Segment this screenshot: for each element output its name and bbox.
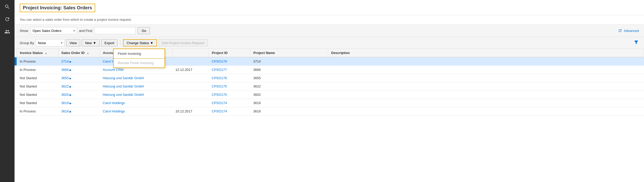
cell-description	[328, 82, 644, 91]
project-id-link[interactable]: CPSO179	[212, 59, 227, 63]
cell-project-id: CPSO174	[209, 107, 250, 116]
row-indicator	[15, 107, 17, 116]
project-id-link[interactable]: CPSO175	[212, 84, 227, 88]
account-link[interactable]: Heizung und Sanitär GmbH	[103, 84, 144, 88]
cell-description	[328, 91, 644, 99]
cell-sales-order-id: 3666▶	[58, 66, 100, 74]
table-row[interactable]: Not Started3622▶Heizung und Sanitär GmbH…	[15, 82, 644, 91]
col-header-date[interactable]	[172, 49, 209, 57]
show-label: Show	[20, 29, 28, 33]
go-button[interactable]: Go	[138, 27, 150, 34]
filter-icon-button[interactable]	[634, 40, 639, 46]
show-select[interactable]: Open Sales Orders All Sales Orders Close…	[30, 27, 77, 34]
cell-sales-order-id: 3616▶	[58, 107, 100, 116]
cell-project-name: 3616	[250, 107, 328, 116]
table-row[interactable]: In Process3666▶Account CRM12.12.2017CPSO…	[15, 66, 644, 74]
cell-description	[328, 99, 644, 107]
cell-project-name: 3666	[250, 66, 328, 74]
row-indicator	[15, 91, 17, 99]
cell-account: Heizung und Sanitär GmbH	[100, 74, 172, 82]
sales-order-link[interactable]: 3616	[61, 109, 69, 113]
sales-order-link[interactable]: 3655	[61, 76, 69, 80]
sales-order-link[interactable]: 3666	[61, 68, 69, 72]
project-id-link[interactable]: CPSO174	[212, 101, 227, 105]
account-link[interactable]: Carol Holdings	[103, 101, 125, 105]
col-header-description[interactable]: Description	[328, 49, 644, 57]
cell-project-name: 3622	[250, 82, 328, 91]
row-indicator	[15, 66, 17, 74]
page-title: Project Invoicing: Sales Orders	[20, 4, 95, 12]
cell-account: Heizung und Sanitär GmbH	[100, 91, 172, 99]
edit-button[interactable]: Edit Project Invoice Request	[159, 39, 208, 46]
account-link[interactable]: Account CRM	[103, 68, 124, 72]
cell-project-id: CPSO176	[209, 74, 250, 82]
description-bar: You can select a sales order from which …	[15, 15, 644, 24]
table-container: Invoice Status ▲ Sales Order ID ▲ Accoun…	[15, 49, 644, 182]
new-button[interactable]: New ▼	[82, 39, 100, 46]
finish-invoicing-item[interactable]: Finish Invoicing	[113, 49, 165, 59]
project-id-link[interactable]: CPSO174	[212, 109, 227, 113]
project-id-link[interactable]: CPSO177	[212, 68, 227, 72]
record-icon: ▶	[70, 102, 72, 105]
row-indicator	[15, 74, 17, 82]
project-id-link[interactable]: CPSO176	[212, 76, 227, 80]
change-status-arrow: ▼	[150, 41, 153, 45]
account-link[interactable]: Carol Holdings	[103, 109, 125, 113]
account-link[interactable]: Heizung und Sanitär GmbH	[103, 93, 144, 97]
cell-account: Carol Holdings	[100, 107, 172, 116]
cell-project-id: CPSO170	[209, 91, 250, 99]
row-indicator	[15, 99, 17, 107]
change-status-label: Change Status	[127, 41, 149, 45]
table-row[interactable]: Not Started3620▶Heizung und Sanitär GmbH…	[15, 91, 644, 99]
find-input[interactable]	[94, 27, 136, 34]
sales-order-link[interactable]: 3619	[61, 101, 69, 105]
sort-icon-sales-order-id: ▲	[87, 52, 89, 55]
table-row[interactable]: In Process3616▶Carol Holdings10.12.2017C…	[15, 107, 644, 116]
col-header-invoice-status[interactable]: Invoice Status ▲	[17, 49, 58, 57]
cell-description	[328, 74, 644, 82]
cell-invoice-status: In Process	[17, 107, 58, 116]
advanced-label: Advanced	[624, 29, 639, 33]
filter-icon	[634, 40, 639, 45]
sales-order-link[interactable]: 3622	[61, 84, 69, 88]
col-header-sales-order-id[interactable]: Sales Order ID ▲	[58, 49, 100, 57]
cell-project-name: 3714	[250, 57, 328, 66]
table-row[interactable]: In Process3714▶Carol HoldingsCPSO1793714	[15, 57, 644, 66]
users-icon[interactable]	[3, 27, 12, 36]
view-button[interactable]: View	[66, 39, 80, 46]
sales-order-link[interactable]: 3620	[61, 93, 69, 97]
main-content: Project Invoicing: Sales Orders You can …	[15, 0, 644, 182]
cell-sales-order-id: 3620▶	[58, 91, 100, 99]
cell-account: Carol Holdings	[100, 99, 172, 107]
cell-account: Heizung und Sanitär GmbH	[100, 82, 172, 91]
cell-description	[328, 66, 644, 74]
cell-date: 10.12.2017	[172, 107, 209, 116]
group-by-select[interactable]: None Account Invoice Status	[36, 39, 65, 46]
data-table: Invoice Status ▲ Sales Order ID ▲ Accoun…	[15, 49, 644, 116]
revoke-finish-invoicing-item: Revoke Finish Invoicing	[114, 58, 165, 68]
table-row[interactable]: Not Started3655▶Heizung und Sanitär GmbH…	[15, 74, 644, 82]
search-icon[interactable]	[3, 2, 12, 11]
change-status-button[interactable]: Change Status ▼	[123, 39, 157, 46]
col-header-project-name[interactable]: Project Name	[250, 49, 328, 57]
cell-project-id: CPSO175	[209, 82, 250, 91]
sales-order-link[interactable]: 3714	[61, 59, 69, 63]
row-indicator	[15, 82, 17, 91]
table-header-row: Invoice Status ▲ Sales Order ID ▲ Accoun…	[15, 49, 644, 57]
find-label: and Find	[79, 29, 92, 33]
new-label: New	[85, 41, 92, 45]
export-button[interactable]: Export	[101, 39, 118, 46]
project-id-link[interactable]: CPSO170	[212, 93, 227, 97]
cell-invoice-status: In Process	[17, 57, 58, 66]
refresh-icon[interactable]	[3, 15, 12, 24]
cell-invoice-status: Not Started	[17, 82, 58, 91]
cell-project-id: CPSO177	[209, 66, 250, 74]
cell-sales-order-id: 3714▶	[58, 57, 100, 66]
cell-project-name: 3602	[250, 91, 328, 99]
advanced-link[interactable]: Advanced	[618, 29, 639, 33]
col-header-project-id[interactable]: Project ID	[209, 49, 250, 57]
table-row[interactable]: Not Started3619▶Carol HoldingsCPSO174361…	[15, 99, 644, 107]
cell-description	[328, 57, 644, 66]
account-link[interactable]: Heizung und Sanitär GmbH	[103, 76, 144, 80]
row-indicator	[15, 57, 17, 66]
